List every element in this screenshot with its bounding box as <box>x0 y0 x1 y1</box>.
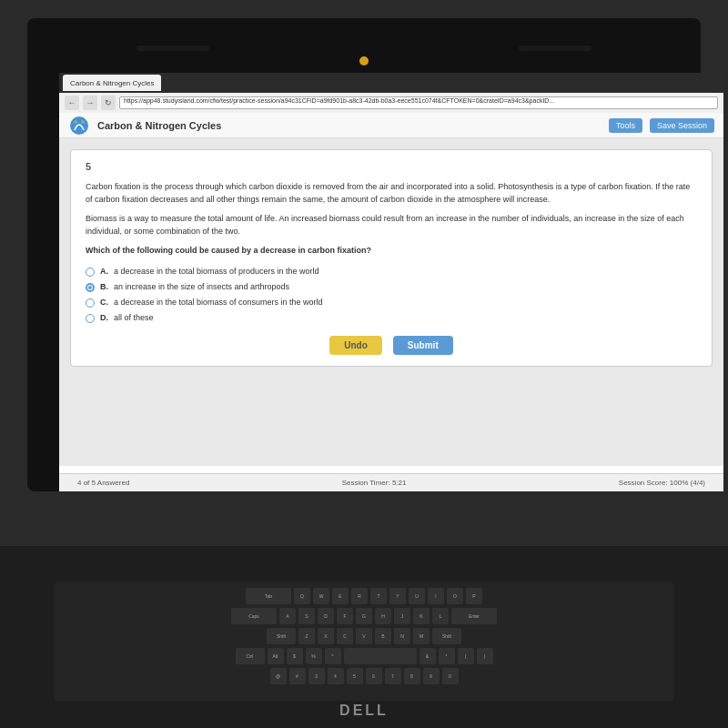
back-button[interactable]: ← <box>65 96 79 110</box>
key-c[interactable]: C <box>337 628 353 644</box>
keyboard-row-5: @ # 3 4 5 6 7 8 9 0 <box>60 668 668 684</box>
key-t[interactable]: T <box>370 588 387 604</box>
key-h[interactable]: H <box>375 608 391 624</box>
answer-option-a[interactable]: A. a decrease in the total biomass of pr… <box>86 267 697 277</box>
key-ampersand[interactable]: & <box>420 648 436 664</box>
keyboard-row-4: Ctrl Alt $ % ^ & * ( ) <box>60 648 668 664</box>
main-content: 5 Carbon fixation is the process through… <box>59 138 723 466</box>
key-j[interactable]: J <box>394 608 410 624</box>
si-header: Carbon & Nitrogen Cycles Tools Save Sess… <box>59 113 723 138</box>
bezel-slot-left <box>136 46 209 51</box>
key-m[interactable]: M <box>413 628 430 644</box>
bezel-slot-right <box>519 46 592 51</box>
key-caret[interactable]: ^ <box>325 648 341 664</box>
reload-button[interactable]: ↻ <box>101 96 116 110</box>
label-a: A. <box>100 267 108 276</box>
passage-text-2: Biomass is a way to measure the total am… <box>86 213 697 238</box>
key-paren-r[interactable]: ) <box>477 648 493 664</box>
key-i[interactable]: I <box>428 588 444 604</box>
svg-point-0 <box>70 116 88 135</box>
key-ctrl[interactable]: Ctrl <box>236 648 265 664</box>
key-g[interactable]: G <box>356 608 372 624</box>
question-card: 5 Carbon fixation is the process through… <box>70 149 713 367</box>
session-score: Session Score: 100% (4/4) <box>619 479 705 487</box>
key-num4[interactable]: 4 <box>328 668 344 684</box>
key-percent[interactable]: % <box>306 648 322 664</box>
text-c: a decrease in the total biomass of consu… <box>114 298 323 307</box>
address-bar-row: ← → ↻ https://app48.studyisland.com/cfw/… <box>59 93 723 113</box>
key-k[interactable]: K <box>413 608 430 624</box>
key-x[interactable]: X <box>318 628 334 644</box>
radio-d[interactable] <box>86 314 95 323</box>
si-page-title: Carbon & Nitrogen Cycles <box>97 120 602 131</box>
save-session-button[interactable]: Save Session <box>650 118 714 133</box>
browser-tab[interactable]: Carbon & Nitrogen Cycles <box>63 75 161 91</box>
key-num6[interactable]: 6 <box>366 668 382 684</box>
key-w[interactable]: W <box>313 588 329 604</box>
key-d[interactable]: D <box>318 608 334 624</box>
key-caps[interactable]: Caps <box>231 608 277 624</box>
answer-options: A. a decrease in the total biomass of pr… <box>86 267 697 323</box>
key-num9[interactable]: 9 <box>423 668 440 684</box>
screen: Carbon & Nitrogen Cycles ← → ↻ https://a… <box>59 73 723 491</box>
key-enter[interactable]: Enter <box>451 608 497 624</box>
key-o[interactable]: O <box>447 588 463 604</box>
undo-button[interactable]: Undo <box>329 336 382 355</box>
session-timer: Session Timer: 5:21 <box>342 479 407 487</box>
key-tab[interactable]: Tab <box>246 588 291 604</box>
answer-option-d[interactable]: D. all of these <box>86 313 697 323</box>
label-b: B. <box>100 282 108 291</box>
key-paren-l[interactable]: ( <box>458 648 474 664</box>
forward-button[interactable]: → <box>83 96 97 110</box>
laptop-outer: Carbon & Nitrogen Cycles ← → ↻ https://a… <box>0 0 728 728</box>
key-num7[interactable]: 7 <box>385 668 401 684</box>
key-space[interactable] <box>344 648 417 664</box>
radio-c[interactable] <box>86 298 95 308</box>
key-num8[interactable]: 8 <box>404 668 420 684</box>
question-prompt: Which of the following could be caused b… <box>86 245 697 258</box>
key-s[interactable]: S <box>298 608 315 624</box>
submit-button[interactable]: Submit <box>393 336 453 355</box>
key-v[interactable]: V <box>356 628 372 644</box>
text-a: a decrease in the total biomass of produ… <box>114 267 319 276</box>
screen-bezel: Carbon & Nitrogen Cycles ← → ↻ https://a… <box>27 18 701 491</box>
key-star[interactable]: * <box>439 648 455 664</box>
key-y[interactable]: Y <box>389 588 406 604</box>
key-hash[interactable]: # <box>289 668 306 684</box>
key-e[interactable]: E <box>332 588 349 604</box>
answer-option-c[interactable]: C. a decrease in the total biomass of co… <box>86 298 697 308</box>
svg-point-1 <box>74 120 77 124</box>
svg-point-2 <box>81 120 85 124</box>
text-b: an increase in the size of insects and a… <box>114 282 289 291</box>
key-dollar[interactable]: $ <box>287 648 303 664</box>
key-u[interactable]: U <box>409 588 425 604</box>
radio-a[interactable] <box>86 268 95 277</box>
keyboard-row-3: Shift Z X C V B N M Shift <box>60 628 668 644</box>
key-b[interactable]: B <box>375 628 391 644</box>
key-p[interactable]: P <box>466 588 482 604</box>
dell-logo: DELL <box>339 703 389 719</box>
key-q[interactable]: Q <box>294 588 310 604</box>
key-shift-r[interactable]: Shift <box>432 628 461 644</box>
key-l[interactable]: L <box>432 608 449 624</box>
key-f[interactable]: F <box>337 608 353 624</box>
key-at[interactable]: @ <box>270 668 287 684</box>
key-r[interactable]: R <box>351 588 368 604</box>
answer-option-b[interactable]: B. an increase in the size of insects an… <box>86 282 697 292</box>
key-a[interactable]: A <box>279 608 296 624</box>
key-num3[interactable]: 3 <box>308 668 325 684</box>
key-z[interactable]: Z <box>298 628 315 644</box>
label-c: C. <box>100 298 108 307</box>
laptop-base: Tab Q W E R T Y U I O P Caps A S D F G H… <box>0 546 728 728</box>
label-d: D. <box>100 313 108 322</box>
key-n[interactable]: N <box>394 628 410 644</box>
address-input[interactable]: https://app48.studyisland.com/cfw/test/p… <box>119 96 718 109</box>
status-bar: 4 of 5 Answered Session Timer: 5:21 Sess… <box>59 473 723 491</box>
keyboard-row-1: Tab Q W E R T Y U I O P <box>60 588 668 604</box>
key-alt[interactable]: Alt <box>268 648 284 664</box>
key-shift-l[interactable]: Shift <box>267 628 296 644</box>
radio-b[interactable] <box>86 283 95 292</box>
key-num0[interactable]: 0 <box>442 668 459 684</box>
tools-button[interactable]: Tools <box>609 118 642 133</box>
key-num5[interactable]: 5 <box>347 668 363 684</box>
